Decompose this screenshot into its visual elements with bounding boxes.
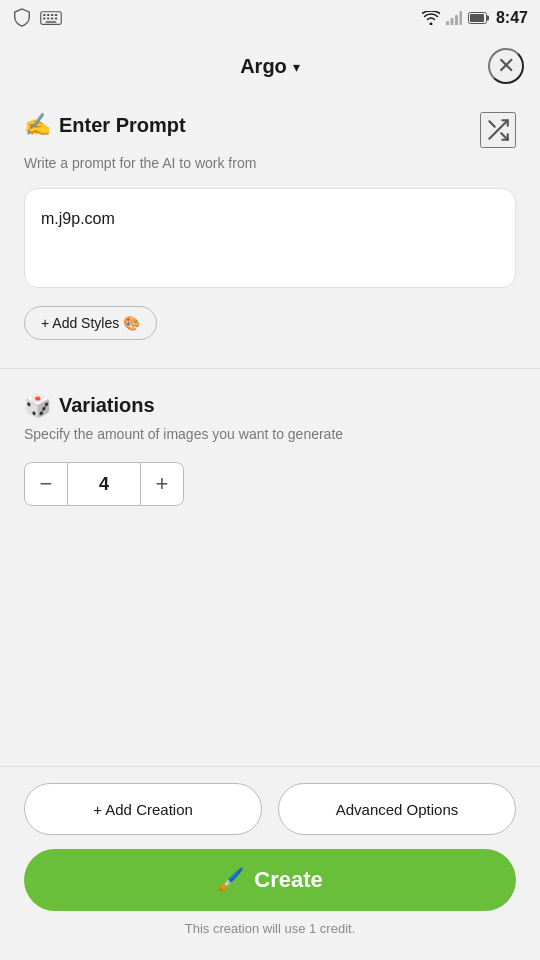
status-time: 8:47 — [496, 9, 528, 27]
add-styles-button[interactable]: + Add Styles 🎨 — [24, 306, 157, 340]
bottom-bar: + Add Creation Advanced Options 🖌️ Creat… — [0, 766, 540, 960]
prompt-description: Write a prompt for the AI to work from — [24, 154, 516, 174]
prompt-input[interactable]: m.j9p.com — [24, 188, 516, 288]
header: Argo ▾ ✕ — [0, 36, 540, 96]
bottom-actions: + Add Creation Advanced Options — [24, 783, 516, 835]
credit-text: This creation will use 1 credit. — [24, 921, 516, 936]
shuffle-button[interactable] — [480, 112, 516, 148]
shield-icon — [12, 8, 32, 28]
variations-stepper: − 4 + — [24, 462, 516, 506]
svg-rect-10 — [446, 21, 449, 25]
svg-line-19 — [489, 121, 494, 126]
svg-rect-6 — [47, 18, 49, 20]
status-bar: 8:47 — [0, 0, 540, 36]
svg-rect-1 — [43, 14, 45, 16]
shuffle-icon — [485, 117, 511, 143]
variations-title: Variations — [59, 394, 155, 417]
svg-rect-13 — [459, 11, 462, 25]
create-label: Create — [254, 867, 322, 893]
variations-section: 🎲 Variations Specify the amount of image… — [0, 369, 540, 507]
app-title-dropdown[interactable]: Argo ▾ — [240, 55, 300, 78]
status-right: 8:47 — [422, 9, 528, 27]
svg-rect-9 — [46, 21, 57, 23]
create-button[interactable]: 🖌️ Create — [24, 849, 516, 911]
variations-description: Specify the amount of images you want to… — [24, 425, 516, 445]
increment-button[interactable]: + — [140, 462, 184, 506]
prompt-title: Enter Prompt — [59, 114, 186, 137]
svg-rect-12 — [455, 15, 458, 25]
battery-icon — [468, 12, 490, 24]
close-button[interactable]: ✕ — [488, 48, 524, 84]
variations-icon: 🎲 — [24, 393, 51, 419]
svg-rect-16 — [470, 14, 484, 22]
svg-rect-3 — [51, 14, 53, 16]
close-icon: ✕ — [497, 53, 515, 79]
svg-rect-5 — [43, 18, 45, 20]
svg-rect-15 — [486, 16, 489, 21]
variations-title-wrap: 🎲 Variations — [24, 393, 155, 419]
svg-rect-11 — [450, 18, 453, 25]
advanced-options-button[interactable]: Advanced Options — [278, 783, 516, 835]
keyboard-icon — [40, 10, 62, 26]
chevron-down-icon: ▾ — [293, 59, 300, 75]
add-creation-button[interactable]: + Add Creation — [24, 783, 262, 835]
svg-rect-4 — [55, 14, 57, 16]
prompt-title-wrap: ✍️ Enter Prompt — [24, 112, 186, 138]
signal-icon — [446, 11, 462, 25]
prompt-icon: ✍️ — [24, 112, 51, 138]
svg-rect-2 — [47, 14, 49, 16]
svg-rect-8 — [55, 18, 57, 20]
wifi-icon — [422, 11, 440, 25]
main-content: ✍️ Enter Prompt Write a prompt for the A… — [0, 96, 540, 340]
app-title: Argo — [240, 55, 287, 78]
variations-value: 4 — [68, 462, 140, 506]
prompt-section-header: ✍️ Enter Prompt — [24, 112, 516, 148]
status-left — [12, 8, 62, 28]
variations-header: 🎲 Variations — [24, 393, 516, 419]
decrement-button[interactable]: − — [24, 462, 68, 506]
svg-rect-7 — [51, 18, 53, 20]
create-icon: 🖌️ — [217, 867, 244, 893]
prompt-section: ✍️ Enter Prompt Write a prompt for the A… — [24, 112, 516, 340]
